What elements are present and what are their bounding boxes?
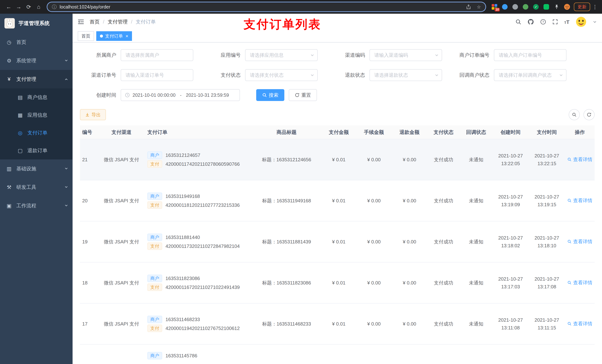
home-button[interactable]: ⌂ <box>34 2 44 12</box>
fullscreen-icon[interactable] <box>552 19 558 25</box>
forward-button[interactable]: → <box>14 2 24 12</box>
search-icon <box>572 112 577 117</box>
cell-action: 查看详情 <box>565 139 595 180</box>
view-detail-link[interactable]: 查看详情 <box>567 239 592 245</box>
cell-status: 支付成功 <box>427 221 460 262</box>
view-detail-link[interactable]: 查看详情 <box>567 197 592 204</box>
hamburger-icon[interactable] <box>78 19 84 25</box>
sidebar-item-refund-order[interactable]: ▢ 退款订单 <box>0 142 73 159</box>
sidebar-item-home[interactable]: ◷ 首页 <box>0 33 73 52</box>
font-size-icon[interactable]: TT <box>564 19 570 25</box>
cell-notify: 未通知 <box>460 221 492 262</box>
site-info-icon[interactable]: ⓘ <box>52 4 57 10</box>
merchant-input[interactable] <box>121 49 193 61</box>
app-select[interactable] <box>245 49 318 61</box>
breadcrumb-current: 支付订单 <box>136 19 156 25</box>
refresh-icon <box>587 112 591 117</box>
url-text[interactable]: localhost:1024/pay/order <box>60 4 460 10</box>
sidebar-item-label: 工作流程 <box>16 202 36 209</box>
sidebar-item-pay-order[interactable]: ◎ 支付订单 <box>0 124 73 142</box>
chevron-down-icon[interactable] <box>593 20 597 24</box>
sidebar-item-merchant-info[interactable]: ▤ 商户信息 <box>0 88 73 106</box>
table-row: 商户163531145786 <box>80 344 595 364</box>
close-icon[interactable]: × <box>126 34 128 39</box>
view-detail-link[interactable]: 查看详情 <box>567 280 592 286</box>
pay-order-no: 4200001173202110272847982104 <box>165 243 240 249</box>
sidebar-item-workflow[interactable]: ▣ 工作流程 <box>0 197 73 215</box>
filter-refund-status: 退款状态 <box>329 69 442 81</box>
help-icon[interactable]: ? <box>540 19 546 25</box>
tab-pay-order[interactable]: 支付订单 × <box>96 31 132 41</box>
back-button[interactable]: ← <box>4 2 14 12</box>
tab-home[interactable]: 首页 <box>78 31 94 41</box>
chevron-down-icon <box>64 184 68 190</box>
github-icon[interactable] <box>527 19 534 25</box>
refresh-table-button[interactable] <box>583 109 595 120</box>
col-amount: 支付金额 <box>321 125 356 139</box>
breadcrumb-home[interactable]: 首页 <box>90 19 100 25</box>
app-logo[interactable]: 芋道管理系统 <box>0 14 73 33</box>
button-label: 重置 <box>301 92 311 98</box>
merchant-order-input[interactable] <box>494 49 567 61</box>
browser-menu-icon[interactable]: ⋮ <box>592 4 598 10</box>
view-detail-link[interactable]: 查看详情 <box>567 321 592 327</box>
sidebar-item-infra[interactable]: ▥ 基础设施 <box>0 159 73 178</box>
col-status: 支付状态 <box>427 125 460 139</box>
merchant-tag: 商户 <box>147 193 162 200</box>
reload-button[interactable]: ⟳ <box>24 2 34 12</box>
view-detail-link[interactable]: 查看详情 <box>567 156 592 163</box>
cell-order: 商户1635311823086 支付4200001167202110271022… <box>145 262 252 303</box>
cell-order: 商户1635311881440 支付4200001173202110272847… <box>145 221 252 262</box>
extension-blue-icon[interactable] <box>502 4 508 10</box>
refund-status-select[interactable] <box>369 69 442 81</box>
extension-check-icon[interactable]: ✓ <box>533 4 539 10</box>
cell-create-time: 2021-10-2713:17:03 <box>492 262 529 303</box>
pin-icon[interactable] <box>553 4 560 10</box>
profile-avatar-icon[interactable] <box>564 4 570 10</box>
callback-status-select[interactable] <box>494 69 567 81</box>
filter-app: 应用编号 <box>204 49 318 61</box>
date-range-picker[interactable]: 2021-10-01 00:00:00 - 2021-10-31 23:59:5… <box>121 89 240 101</box>
sidebar-item-app-info[interactable]: ▦ 应用信息 <box>0 106 73 124</box>
field-label: 渠道编码 <box>329 52 369 58</box>
cell-create-time: 2021-10-2713:22:05 <box>492 139 529 180</box>
channel-order-input[interactable] <box>121 69 193 81</box>
search-icon[interactable] <box>515 19 521 25</box>
sidebar-item-system[interactable]: ⚙ 系统管理 <box>0 52 73 70</box>
search-button[interactable]: 搜索 <box>256 89 284 101</box>
yen-icon: ¥ <box>6 76 12 82</box>
cell-id: 19 <box>80 221 98 262</box>
cell-status: 支付成功 <box>427 180 460 221</box>
breadcrumb-pay-manage[interactable]: 支付管理 <box>108 19 128 25</box>
toggle-search-button[interactable] <box>569 109 580 120</box>
reset-button[interactable]: 重置 <box>289 89 317 101</box>
sidebar-item-label: 支付订单 <box>27 129 47 136</box>
address-bar[interactable]: ⓘ localhost:1024/pay/order ☆ <box>47 2 486 12</box>
search-icon <box>567 239 572 244</box>
cell-pay-time: 2021-10-2713:18:10 <box>529 221 565 262</box>
pay-status-select[interactable] <box>245 69 318 81</box>
extension-wechat-icon[interactable] <box>543 4 549 10</box>
extension-gray-icon[interactable] <box>512 4 518 10</box>
cell-refund: ¥ 0.00 <box>392 221 427 262</box>
sidebar-item-payment[interactable]: ¥ 支付管理 <box>0 70 73 88</box>
sidebar-item-label: 系统管理 <box>16 57 36 64</box>
chevron-down-icon <box>64 203 68 209</box>
export-button[interactable]: 导出 <box>80 109 106 120</box>
cell-fee: ¥ 0.00 <box>356 303 392 344</box>
extension-colorful-icon[interactable]: 10 <box>491 4 498 10</box>
sidebar-item-devtools[interactable]: ⚒ 研发工具 <box>0 178 73 197</box>
clock-icon <box>125 93 130 98</box>
extension-green-icon[interactable] <box>522 4 529 10</box>
user-avatar[interactable] <box>576 16 586 27</box>
channel-code-select[interactable] <box>369 49 442 61</box>
bookmark-star-icon[interactable]: ☆ <box>477 4 481 10</box>
extension-badge: 10 <box>495 8 500 11</box>
chevron-down-icon <box>559 73 563 77</box>
cell-action: 查看详情 <box>565 303 595 344</box>
filter-channel-code: 渠道编码 <box>329 49 442 61</box>
share-icon[interactable] <box>466 4 471 9</box>
field-label: 支付状态 <box>204 72 245 78</box>
cell-channel <box>98 344 145 364</box>
browser-update-button[interactable]: 更新 <box>574 3 590 11</box>
